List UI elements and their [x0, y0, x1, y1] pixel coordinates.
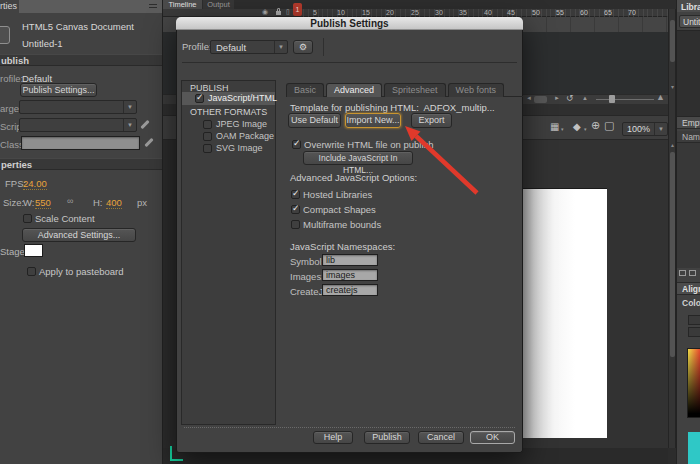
playhead[interactable]: 1 [293, 3, 302, 16]
center-stage-icon[interactable]: ⊕ [591, 119, 600, 132]
library-document-select[interactable]: Untitled-1 [679, 15, 700, 28]
export-button[interactable]: Export [411, 113, 452, 128]
overwrite-html-checkbox[interactable]: ✓ [292, 140, 301, 149]
publish-settings-dialog: Publish Settings Profile: Default ▼ ⚙ PU… [176, 17, 523, 453]
vscroll-thumb[interactable] [670, 20, 675, 62]
tab-output[interactable]: Output [203, 0, 234, 9]
import-new-button[interactable]: Import New... [345, 113, 401, 128]
color-swatch-cyan[interactable] [688, 432, 700, 464]
scroll-left-icon[interactable]: ◄ [526, 95, 532, 101]
height-label: H: [93, 197, 103, 208]
vertical-scrollbar[interactable]: ▲ ▲ [668, 9, 676, 448]
scale-content-checkbox[interactable] [23, 214, 32, 223]
new-folder-icon[interactable] [689, 270, 696, 276]
advanced-settings-button[interactable]: Advanced Settings... [22, 228, 136, 242]
color-tool-button[interactable] [688, 315, 700, 325]
timeline-zoom-track [596, 99, 654, 100]
gear-icon: ⚙ [299, 42, 307, 52]
align-tab-label: Align [682, 284, 700, 294]
compact-shapes-label: Compact Shapes [303, 204, 376, 215]
outline-icon[interactable]: ▯ [286, 8, 290, 16]
pencil-icon[interactable] [144, 138, 153, 147]
format-svg-checkbox[interactable] [203, 144, 212, 153]
profile-options-button[interactable]: ⚙ [293, 40, 313, 54]
tab-advanced[interactable]: Advanced [326, 83, 382, 97]
tab-web-fonts[interactable]: Web fonts [448, 83, 504, 97]
class-field[interactable] [21, 136, 140, 150]
include-javascript-button[interactable]: Include JavaScript In HTML... [303, 151, 413, 165]
fps-value[interactable]: 24.00 [23, 178, 47, 190]
multiframe-bounds-checkbox[interactable] [291, 220, 300, 229]
color-tab-label[interactable]: Color [682, 298, 700, 308]
stage-zoom-select[interactable]: 100% ▼ [622, 122, 668, 136]
color-tool-button[interactable] [688, 327, 700, 337]
format-jpeg-checkbox[interactable] [203, 120, 212, 129]
stage-canvas[interactable] [520, 188, 607, 438]
height-value[interactable]: 400 [106, 197, 122, 209]
createjs-field[interactable]: createjs [322, 284, 378, 296]
ruler-number: 50 [532, 9, 540, 16]
images-field[interactable]: images [322, 269, 378, 281]
hosted-libraries-checkbox[interactable]: ✓ [291, 190, 300, 199]
section-header-properties[interactable]: perties [0, 158, 163, 170]
stage-zoom-value: 100% [627, 124, 650, 134]
edit-scene-icon[interactable]: ▦ [550, 121, 559, 132]
ruler-number: 70 [628, 9, 636, 16]
tab-timeline[interactable]: Timeline [163, 0, 202, 9]
new-symbol-icon[interactable] [679, 270, 686, 276]
panel-menu-icon[interactable] [149, 4, 157, 10]
dialog-divider-vertical [323, 38, 324, 56]
hscroll-thumb[interactable] [534, 96, 547, 103]
format-javascript-html-checkbox[interactable]: ✓ [195, 94, 204, 103]
color-picker-gradient[interactable] [687, 348, 700, 418]
scroll-down-icon[interactable]: ▲ [670, 85, 675, 91]
stage-color-swatch[interactable] [24, 244, 43, 257]
symbols-field[interactable]: lib [322, 254, 378, 266]
hosted-libraries-label: Hosted Libraries [303, 189, 372, 200]
use-default-button[interactable]: Use Default [288, 113, 341, 128]
vscroll-thumb[interactable] [670, 152, 675, 357]
zoom-in-icon[interactable]: ▲ [656, 92, 665, 102]
link-icon[interactable]: ∞ [67, 196, 73, 206]
ruler-number: 15 [362, 9, 370, 16]
tab-properties[interactable]: rties [0, 0, 19, 13]
ruler-number: 40 [484, 9, 492, 16]
section-header-publish[interactable]: ublish [0, 54, 163, 66]
scroll-right-icon[interactable]: ► [554, 95, 560, 101]
format-jpeg-label: JPEG Image [216, 119, 267, 129]
tab-spritesheet[interactable]: Spritesheet [384, 83, 446, 97]
script-select[interactable]: ▼ [19, 118, 137, 132]
compact-shapes-checkbox[interactable]: ✓ [291, 205, 300, 214]
document-name[interactable]: Untitled-1 [22, 38, 63, 49]
chevron-down-icon: ▼ [654, 123, 667, 135]
document-type: HTML5 Canvas Document [22, 21, 134, 32]
cancel-button[interactable]: Cancel [418, 431, 464, 444]
help-button[interactable]: Help [313, 431, 353, 444]
scroll-up-icon[interactable]: ▲ [670, 142, 675, 148]
lock-icon[interactable] [276, 11, 281, 15]
ruler-number: 35 [459, 9, 467, 16]
zoom-out-icon[interactable]: ▲ [582, 95, 588, 101]
format-oam-label: OAM Package [216, 131, 274, 141]
dialog-footer-separator [184, 427, 515, 428]
format-oam-checkbox[interactable] [203, 132, 212, 141]
width-value[interactable]: 550 [35, 197, 51, 209]
panel-tab-bar [0, 0, 163, 13]
dialog-title-bar[interactable]: Publish Settings [176, 17, 523, 30]
library-list[interactable] [677, 143, 700, 268]
ok-button[interactable]: OK [470, 431, 515, 444]
center-frame-loop-icon[interactable]: ↺ [566, 93, 574, 103]
wrench-icon[interactable] [140, 120, 149, 129]
clip-content-icon[interactable]: ▢ [604, 119, 614, 132]
timeline-zoom-slider[interactable] [609, 95, 615, 103]
dialog-profile-select[interactable]: Default ▼ [210, 40, 288, 54]
publish-button[interactable]: Publish [364, 431, 410, 444]
edit-symbols-icon[interactable]: ◆ [573, 121, 581, 132]
chevron-down-icon: ▼ [123, 119, 136, 131]
tab-basic[interactable]: Basic [286, 83, 324, 97]
publish-settings-button[interactable]: Publish Settings... [20, 83, 97, 97]
target-select[interactable]: ▼ [19, 100, 137, 114]
size-label: Size: [3, 197, 24, 208]
eye-icon[interactable]: ◉ [262, 8, 268, 16]
apply-pasteboard-checkbox[interactable] [27, 267, 36, 276]
